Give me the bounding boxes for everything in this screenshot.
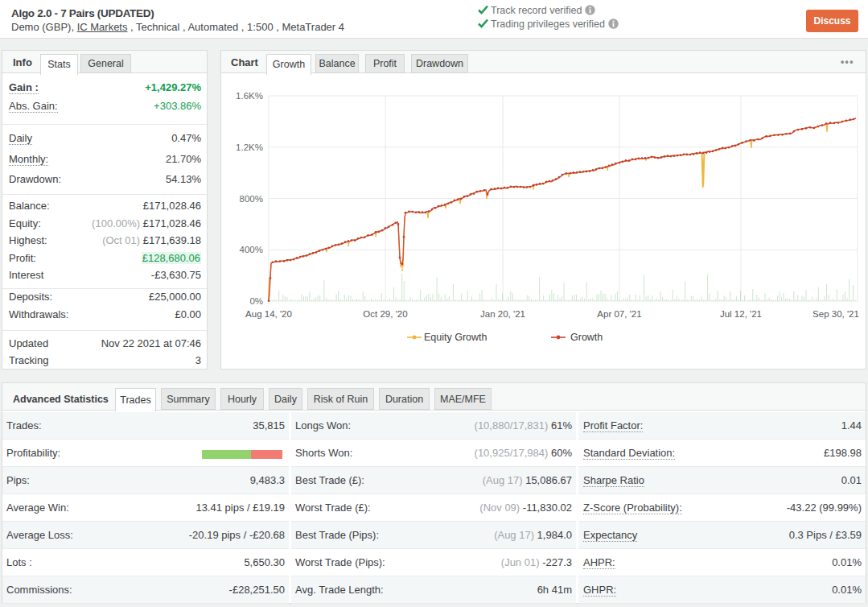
svg-text:1.6K%: 1.6K% xyxy=(236,91,263,101)
svg-text:0%: 0% xyxy=(249,296,263,306)
svg-text:Growth: Growth xyxy=(570,332,603,343)
svg-text:1.2K%: 1.2K% xyxy=(236,142,263,152)
svg-text:800%: 800% xyxy=(240,194,263,204)
svg-text:Apr 07, '21: Apr 07, '21 xyxy=(597,309,641,319)
svg-text:Aug 14, '20: Aug 14, '20 xyxy=(245,309,292,319)
svg-text:Sep 30, '21: Sep 30, '21 xyxy=(812,309,859,319)
svg-text:400%: 400% xyxy=(240,245,263,254)
svg-text:Jul 12, '21: Jul 12, '21 xyxy=(720,309,762,319)
svg-text:Equity Growth: Equity Growth xyxy=(424,332,487,343)
svg-text:Jan 20, '21: Jan 20, '21 xyxy=(480,309,525,319)
svg-text:Oct 29, '20: Oct 29, '20 xyxy=(363,309,407,319)
